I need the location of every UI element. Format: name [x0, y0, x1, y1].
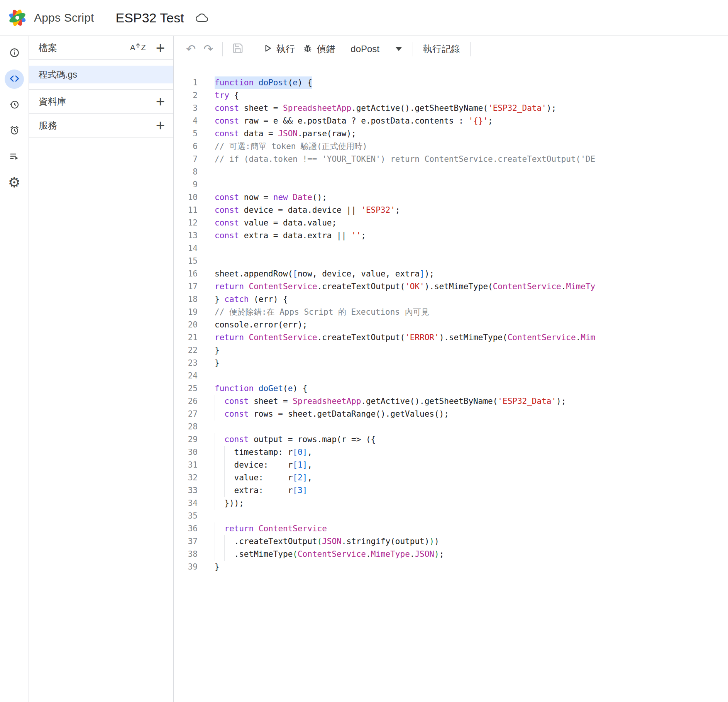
- line-number[interactable]: 33: [174, 484, 198, 497]
- code-line[interactable]: 12const value = data.value;: [174, 217, 728, 229]
- line-number[interactable]: 18: [174, 293, 198, 306]
- code-line[interactable]: 27 const rows = sheet.getDataRange().get…: [174, 408, 728, 421]
- triggers-nav-button[interactable]: [5, 121, 24, 141]
- code-line[interactable]: 31 device: r[1],: [174, 459, 728, 471]
- line-number[interactable]: 4: [174, 115, 198, 127]
- code-line[interactable]: 28: [174, 421, 728, 433]
- code-line[interactable]: 20console.error(err);: [174, 319, 728, 331]
- code-line[interactable]: 19// 便於除錯:在 Apps Script 的 Executions 內可見: [174, 306, 728, 319]
- code-line[interactable]: 15: [174, 255, 728, 268]
- code-line[interactable]: 7// if (data.token !== 'YOUR_TOKEN') ret…: [174, 153, 728, 166]
- line-number[interactable]: 31: [174, 459, 198, 471]
- line-number[interactable]: 1: [174, 76, 198, 89]
- line-number[interactable]: 8: [174, 166, 198, 178]
- code-line[interactable]: 32 value: r[2],: [174, 471, 728, 484]
- code-line[interactable]: 24: [174, 370, 728, 382]
- apps-script-logo[interactable]: [6, 8, 29, 27]
- code-line[interactable]: 13const extra = data.extra || '';: [174, 229, 728, 242]
- line-number[interactable]: 26: [174, 395, 198, 408]
- line-number[interactable]: 21: [174, 331, 198, 344]
- project-title[interactable]: ESP32 Test: [116, 10, 184, 25]
- code-line[interactable]: 34 }));: [174, 497, 728, 510]
- line-number[interactable]: 34: [174, 497, 198, 510]
- code-line[interactable]: 5const data = JSON.parse(raw);: [174, 127, 728, 140]
- code-line[interactable]: 10const now = new Date();: [174, 191, 728, 204]
- line-number[interactable]: 19: [174, 306, 198, 319]
- code-line[interactable]: 37 .createTextOutput(JSON.stringify(outp…: [174, 535, 728, 548]
- line-number[interactable]: 13: [174, 229, 198, 242]
- code-line[interactable]: 2try {: [174, 89, 728, 102]
- project-history-nav-button[interactable]: [5, 95, 24, 115]
- overview-nav-button[interactable]: [5, 44, 24, 63]
- editor-nav-button[interactable]: [5, 70, 24, 89]
- code-line[interactable]: 39}: [174, 561, 728, 573]
- code-line[interactable]: 30 timestamp: r[0],: [174, 446, 728, 459]
- line-number[interactable]: 22: [174, 344, 198, 357]
- line-number[interactable]: 5: [174, 127, 198, 140]
- save-status-cloud-icon: [196, 13, 208, 23]
- line-number[interactable]: 6: [174, 140, 198, 153]
- line-number[interactable]: 35: [174, 510, 198, 522]
- line-number[interactable]: 16: [174, 268, 198, 280]
- file-item-code-gs[interactable]: 程式碼.gs: [29, 66, 173, 83]
- line-number[interactable]: 25: [174, 382, 198, 395]
- sort-files-icon[interactable]: A Z: [130, 43, 146, 52]
- line-number[interactable]: 32: [174, 471, 198, 484]
- line-number[interactable]: 29: [174, 433, 198, 446]
- code-line[interactable]: 11const device = data.device || 'ESP32';: [174, 204, 728, 217]
- code-line[interactable]: 23}: [174, 357, 728, 370]
- add-file-button[interactable]: +: [156, 40, 165, 56]
- execution-log-button[interactable]: 執行記錄: [418, 43, 465, 55]
- line-number[interactable]: 3: [174, 102, 198, 115]
- executions-nav-button[interactable]: [5, 147, 24, 166]
- code-line[interactable]: 3const sheet = SpreadsheetApp.getActive(…: [174, 102, 728, 115]
- code-line[interactable]: 16sheet.appendRow([now, device, value, e…: [174, 268, 728, 280]
- line-number[interactable]: 38: [174, 548, 198, 561]
- code-line[interactable]: 26 const sheet = SpreadsheetApp.getActiv…: [174, 395, 728, 408]
- line-number[interactable]: 39: [174, 561, 198, 573]
- code-line[interactable]: 1function doPost(e) {: [174, 76, 728, 89]
- line-number[interactable]: 15: [174, 255, 198, 268]
- line-number[interactable]: 10: [174, 191, 198, 204]
- code-line[interactable]: 33 extra: r[3]: [174, 484, 728, 497]
- add-service-button[interactable]: +: [156, 118, 165, 133]
- line-number[interactable]: 24: [174, 370, 198, 382]
- code-line[interactable]: 38 .setMimeType(ContentService.MimeType.…: [174, 548, 728, 561]
- code-line[interactable]: 17return ContentService.createTextOutput…: [174, 280, 728, 293]
- code-editor[interactable]: 1function doPost(e) {2try {3const sheet …: [174, 62, 728, 702]
- line-number[interactable]: 23: [174, 357, 198, 370]
- code-line[interactable]: 14: [174, 242, 728, 255]
- line-number[interactable]: 12: [174, 217, 198, 229]
- debug-button[interactable]: 偵錯: [299, 41, 339, 58]
- settings-nav-button[interactable]: ⚙: [5, 173, 24, 192]
- save-button[interactable]: [228, 40, 247, 58]
- undo-button[interactable]: ↶: [182, 40, 200, 58]
- code-line[interactable]: 22}: [174, 344, 728, 357]
- line-number[interactable]: 9: [174, 178, 198, 191]
- line-number[interactable]: 17: [174, 280, 198, 293]
- line-number[interactable]: 30: [174, 446, 198, 459]
- redo-button[interactable]: ↷: [200, 40, 217, 58]
- code-line[interactable]: 36 return ContentService: [174, 522, 728, 535]
- line-number[interactable]: 37: [174, 535, 198, 548]
- line-number[interactable]: 28: [174, 421, 198, 433]
- code-line[interactable]: 21return ContentService.createTextOutput…: [174, 331, 728, 344]
- code-line[interactable]: 25function doGet(e) {: [174, 382, 728, 395]
- code-line[interactable]: 8: [174, 166, 728, 178]
- code-line[interactable]: 9: [174, 178, 728, 191]
- code-line[interactable]: 18} catch (err) {: [174, 293, 728, 306]
- function-dropdown[interactable]: doPost: [345, 41, 407, 58]
- line-number[interactable]: 27: [174, 408, 198, 421]
- run-button[interactable]: 執行: [259, 41, 299, 58]
- line-number[interactable]: 11: [174, 204, 198, 217]
- line-number[interactable]: 20: [174, 319, 198, 331]
- add-library-button[interactable]: +: [156, 94, 165, 109]
- line-number[interactable]: 7: [174, 153, 198, 166]
- code-line[interactable]: 35: [174, 510, 728, 522]
- code-line[interactable]: 4const raw = e && e.postData ? e.postDat…: [174, 115, 728, 127]
- line-number[interactable]: 14: [174, 242, 198, 255]
- code-line[interactable]: 29 const output = rows.map(r => ({: [174, 433, 728, 446]
- line-number[interactable]: 2: [174, 89, 198, 102]
- line-number[interactable]: 36: [174, 522, 198, 535]
- code-line[interactable]: 6// 可選:簡單 token 驗證(正式使用時): [174, 140, 728, 153]
